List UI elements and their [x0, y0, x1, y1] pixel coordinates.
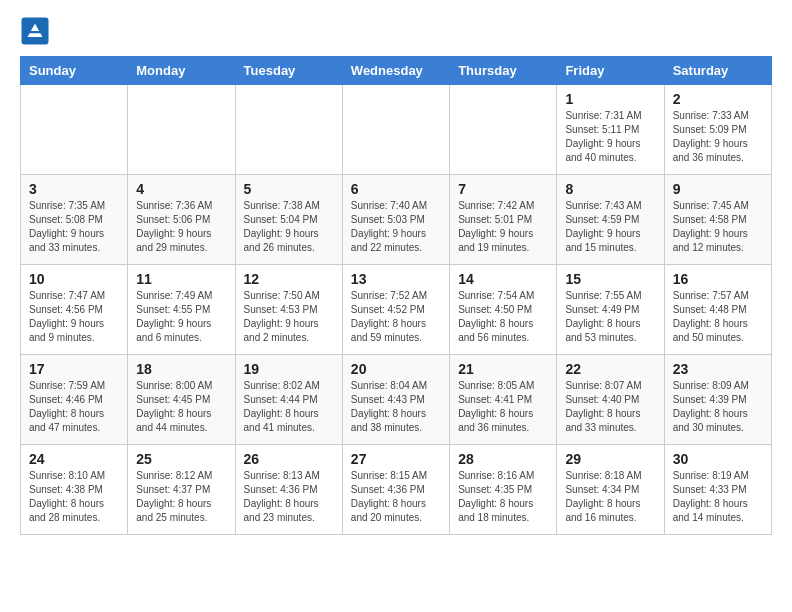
day-detail: Sunrise: 8:09 AM Sunset: 4:39 PM Dayligh… — [673, 379, 763, 435]
header-day-wednesday: Wednesday — [342, 57, 449, 85]
day-number: 5 — [244, 181, 334, 197]
day-number: 27 — [351, 451, 441, 467]
day-number: 28 — [458, 451, 548, 467]
calendar-cell: 20Sunrise: 8:04 AM Sunset: 4:43 PM Dayli… — [342, 355, 449, 445]
header-day-tuesday: Tuesday — [235, 57, 342, 85]
day-detail: Sunrise: 8:07 AM Sunset: 4:40 PM Dayligh… — [565, 379, 655, 435]
calendar-header-row: SundayMondayTuesdayWednesdayThursdayFrid… — [21, 57, 772, 85]
header-day-thursday: Thursday — [450, 57, 557, 85]
day-detail: Sunrise: 7:55 AM Sunset: 4:49 PM Dayligh… — [565, 289, 655, 345]
day-detail: Sunrise: 7:42 AM Sunset: 5:01 PM Dayligh… — [458, 199, 548, 255]
day-detail: Sunrise: 7:50 AM Sunset: 4:53 PM Dayligh… — [244, 289, 334, 345]
calendar-cell: 2Sunrise: 7:33 AM Sunset: 5:09 PM Daylig… — [664, 85, 771, 175]
day-detail: Sunrise: 8:02 AM Sunset: 4:44 PM Dayligh… — [244, 379, 334, 435]
day-number: 25 — [136, 451, 226, 467]
calendar-cell — [342, 85, 449, 175]
header-day-saturday: Saturday — [664, 57, 771, 85]
day-detail: Sunrise: 8:18 AM Sunset: 4:34 PM Dayligh… — [565, 469, 655, 525]
calendar-cell: 28Sunrise: 8:16 AM Sunset: 4:35 PM Dayli… — [450, 445, 557, 535]
calendar-cell: 10Sunrise: 7:47 AM Sunset: 4:56 PM Dayli… — [21, 265, 128, 355]
header-day-friday: Friday — [557, 57, 664, 85]
calendar-cell: 12Sunrise: 7:50 AM Sunset: 4:53 PM Dayli… — [235, 265, 342, 355]
calendar-cell: 19Sunrise: 8:02 AM Sunset: 4:44 PM Dayli… — [235, 355, 342, 445]
day-number: 16 — [673, 271, 763, 287]
calendar-cell: 25Sunrise: 8:12 AM Sunset: 4:37 PM Dayli… — [128, 445, 235, 535]
calendar-cell: 24Sunrise: 8:10 AM Sunset: 4:38 PM Dayli… — [21, 445, 128, 535]
calendar-cell: 18Sunrise: 8:00 AM Sunset: 4:45 PM Dayli… — [128, 355, 235, 445]
calendar-cell: 6Sunrise: 7:40 AM Sunset: 5:03 PM Daylig… — [342, 175, 449, 265]
day-number: 18 — [136, 361, 226, 377]
calendar-cell: 9Sunrise: 7:45 AM Sunset: 4:58 PM Daylig… — [664, 175, 771, 265]
day-number: 17 — [29, 361, 119, 377]
day-detail: Sunrise: 8:13 AM Sunset: 4:36 PM Dayligh… — [244, 469, 334, 525]
calendar-cell: 17Sunrise: 7:59 AM Sunset: 4:46 PM Dayli… — [21, 355, 128, 445]
calendar-cell: 16Sunrise: 7:57 AM Sunset: 4:48 PM Dayli… — [664, 265, 771, 355]
day-detail: Sunrise: 7:43 AM Sunset: 4:59 PM Dayligh… — [565, 199, 655, 255]
day-number: 26 — [244, 451, 334, 467]
day-detail: Sunrise: 7:59 AM Sunset: 4:46 PM Dayligh… — [29, 379, 119, 435]
day-number: 30 — [673, 451, 763, 467]
calendar-cell: 4Sunrise: 7:36 AM Sunset: 5:06 PM Daylig… — [128, 175, 235, 265]
day-detail: Sunrise: 8:15 AM Sunset: 4:36 PM Dayligh… — [351, 469, 441, 525]
day-number: 22 — [565, 361, 655, 377]
calendar-cell: 21Sunrise: 8:05 AM Sunset: 4:41 PM Dayli… — [450, 355, 557, 445]
day-detail: Sunrise: 8:10 AM Sunset: 4:38 PM Dayligh… — [29, 469, 119, 525]
svg-rect-2 — [28, 31, 43, 33]
day-number: 21 — [458, 361, 548, 377]
day-number: 14 — [458, 271, 548, 287]
calendar-week-row: 3Sunrise: 7:35 AM Sunset: 5:08 PM Daylig… — [21, 175, 772, 265]
day-detail: Sunrise: 7:49 AM Sunset: 4:55 PM Dayligh… — [136, 289, 226, 345]
calendar-cell: 26Sunrise: 8:13 AM Sunset: 4:36 PM Dayli… — [235, 445, 342, 535]
day-number: 12 — [244, 271, 334, 287]
day-number: 2 — [673, 91, 763, 107]
calendar-cell — [450, 85, 557, 175]
calendar-cell: 14Sunrise: 7:54 AM Sunset: 4:50 PM Dayli… — [450, 265, 557, 355]
calendar-cell: 8Sunrise: 7:43 AM Sunset: 4:59 PM Daylig… — [557, 175, 664, 265]
day-detail: Sunrise: 7:40 AM Sunset: 5:03 PM Dayligh… — [351, 199, 441, 255]
calendar-cell: 27Sunrise: 8:15 AM Sunset: 4:36 PM Dayli… — [342, 445, 449, 535]
day-detail: Sunrise: 8:00 AM Sunset: 4:45 PM Dayligh… — [136, 379, 226, 435]
day-detail: Sunrise: 7:31 AM Sunset: 5:11 PM Dayligh… — [565, 109, 655, 165]
day-detail: Sunrise: 7:38 AM Sunset: 5:04 PM Dayligh… — [244, 199, 334, 255]
logo — [20, 16, 54, 46]
header-day-sunday: Sunday — [21, 57, 128, 85]
day-number: 3 — [29, 181, 119, 197]
day-number: 6 — [351, 181, 441, 197]
day-detail: Sunrise: 7:35 AM Sunset: 5:08 PM Dayligh… — [29, 199, 119, 255]
calendar-week-row: 17Sunrise: 7:59 AM Sunset: 4:46 PM Dayli… — [21, 355, 772, 445]
day-detail: Sunrise: 8:19 AM Sunset: 4:33 PM Dayligh… — [673, 469, 763, 525]
day-detail: Sunrise: 7:45 AM Sunset: 4:58 PM Dayligh… — [673, 199, 763, 255]
calendar-cell: 30Sunrise: 8:19 AM Sunset: 4:33 PM Dayli… — [664, 445, 771, 535]
calendar-cell: 7Sunrise: 7:42 AM Sunset: 5:01 PM Daylig… — [450, 175, 557, 265]
day-number: 1 — [565, 91, 655, 107]
calendar-week-row: 10Sunrise: 7:47 AM Sunset: 4:56 PM Dayli… — [21, 265, 772, 355]
logo-icon — [20, 16, 50, 46]
day-number: 8 — [565, 181, 655, 197]
day-number: 29 — [565, 451, 655, 467]
day-number: 10 — [29, 271, 119, 287]
calendar-cell: 11Sunrise: 7:49 AM Sunset: 4:55 PM Dayli… — [128, 265, 235, 355]
calendar-cell: 29Sunrise: 8:18 AM Sunset: 4:34 PM Dayli… — [557, 445, 664, 535]
day-number: 7 — [458, 181, 548, 197]
day-detail: Sunrise: 8:16 AM Sunset: 4:35 PM Dayligh… — [458, 469, 548, 525]
day-detail: Sunrise: 7:33 AM Sunset: 5:09 PM Dayligh… — [673, 109, 763, 165]
day-number: 20 — [351, 361, 441, 377]
day-detail: Sunrise: 7:36 AM Sunset: 5:06 PM Dayligh… — [136, 199, 226, 255]
day-detail: Sunrise: 7:57 AM Sunset: 4:48 PM Dayligh… — [673, 289, 763, 345]
day-number: 23 — [673, 361, 763, 377]
day-number: 15 — [565, 271, 655, 287]
day-number: 11 — [136, 271, 226, 287]
calendar-cell — [128, 85, 235, 175]
calendar-cell — [21, 85, 128, 175]
calendar-cell: 22Sunrise: 8:07 AM Sunset: 4:40 PM Dayli… — [557, 355, 664, 445]
calendar-cell: 15Sunrise: 7:55 AM Sunset: 4:49 PM Dayli… — [557, 265, 664, 355]
calendar-cell: 3Sunrise: 7:35 AM Sunset: 5:08 PM Daylig… — [21, 175, 128, 265]
calendar-week-row: 1Sunrise: 7:31 AM Sunset: 5:11 PM Daylig… — [21, 85, 772, 175]
day-number: 24 — [29, 451, 119, 467]
day-number: 19 — [244, 361, 334, 377]
calendar-cell: 23Sunrise: 8:09 AM Sunset: 4:39 PM Dayli… — [664, 355, 771, 445]
calendar-cell: 5Sunrise: 7:38 AM Sunset: 5:04 PM Daylig… — [235, 175, 342, 265]
day-number: 13 — [351, 271, 441, 287]
calendar-cell — [235, 85, 342, 175]
day-detail: Sunrise: 7:52 AM Sunset: 4:52 PM Dayligh… — [351, 289, 441, 345]
